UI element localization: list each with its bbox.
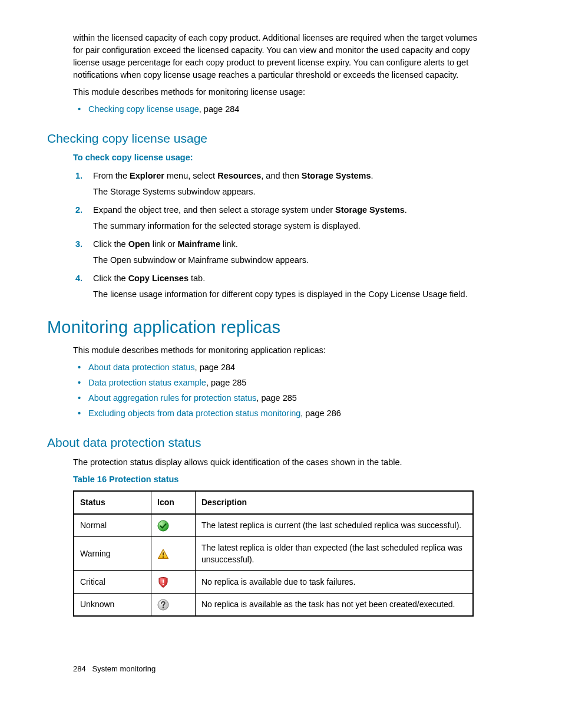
- link-checking-copy-license[interactable]: Checking copy license usage: [88, 104, 199, 114]
- th-status: Status: [74, 491, 151, 513]
- table-row: Unknown No replica is available as the t…: [74, 593, 473, 616]
- step4-copy-licenses: Copy Licenses: [128, 274, 189, 283]
- cell-desc-normal: The latest replica is current (the last …: [196, 514, 474, 537]
- step1-text-e: , and then: [261, 171, 302, 180]
- table-row: Normal The latest replica is current (th…: [74, 514, 473, 537]
- step-2: Expand the object tree, and then select …: [73, 204, 489, 232]
- subheading-to-check: To check copy license usage:: [73, 151, 489, 164]
- step-4: Click the Copy Licenses tab. The license…: [73, 272, 489, 301]
- step4-body: The license usage information for differ…: [93, 288, 489, 301]
- table-header-row: Status Icon Description: [74, 491, 473, 513]
- s2-b1-page: , page 284: [195, 363, 236, 372]
- cell-desc-unknown: No replica is available as the task has …: [196, 593, 474, 616]
- step2-body: The summary information for the selected…: [93, 220, 489, 232]
- step1-text-g: .: [371, 171, 373, 180]
- s2-intro: This module describes methods for monito…: [73, 344, 489, 357]
- step-1: From the Explorer menu, select Resources…: [73, 170, 489, 198]
- step4-text-c: tab.: [189, 274, 205, 283]
- cell-desc-critical: No replica is available due to task fail…: [196, 571, 474, 593]
- step1-text-a: From the: [93, 171, 130, 180]
- cell-status-warning: Warning: [74, 536, 151, 571]
- intro-bullet-1: Checking copy license usage, page 284: [73, 103, 489, 116]
- heading-monitoring-replicas: Monitoring application replicas: [47, 315, 489, 340]
- table-caption: Table 16 Protection status: [73, 473, 489, 486]
- cell-icon-critical: [151, 571, 196, 593]
- step1-storage-systems: Storage Systems: [302, 171, 371, 180]
- svg-point-4: [163, 584, 164, 585]
- intro-bullets: Checking copy license usage, page 284: [73, 103, 489, 116]
- cell-status-normal: Normal: [74, 514, 151, 537]
- cell-desc-warning: The latest replica is older than expecte…: [196, 536, 474, 571]
- check-circle-icon: [157, 520, 169, 532]
- cell-icon-warning: [151, 536, 196, 571]
- footer-page-number: 284: [73, 664, 86, 673]
- s2-bullet-2: Data protection status example, page 285: [73, 377, 489, 389]
- step2-text-a: Expand the object tree, and then select …: [93, 205, 335, 215]
- heading-about-dps: About data protection status: [47, 434, 489, 452]
- alert-shield-icon: [157, 577, 169, 588]
- protection-status-table: Status Icon Description Normal The lates…: [73, 490, 474, 617]
- th-description: Description: [196, 491, 474, 513]
- intro-bullet-1-page: , page 284: [199, 104, 240, 114]
- intro-paragraph-1: within the licensed capacity of each cop…: [73, 32, 489, 81]
- steps-list: From the Explorer menu, select Resources…: [73, 170, 489, 301]
- s3-intro: The protection status display allows qui…: [73, 456, 489, 469]
- footer-section: System monitoring: [92, 664, 156, 673]
- step1-text-c: menu, select: [164, 171, 217, 180]
- step4-text-a: Click the: [93, 274, 128, 283]
- svg-point-0: [158, 521, 168, 531]
- step2-text-c: .: [405, 205, 407, 215]
- link-excluding-objects[interactable]: Excluding objects from data protection s…: [88, 409, 300, 418]
- step1-explorer: Explorer: [130, 171, 164, 180]
- s2-bullet-3: About aggregation rules for protection s…: [73, 392, 489, 404]
- heading-checking-copy-license: Checking copy license usage: [47, 130, 489, 147]
- cell-status-critical: Critical: [74, 571, 151, 593]
- s2-b2-page: , page 285: [206, 378, 247, 387]
- step3-body: The Open subwindow or Mainframe subwindo…: [93, 254, 489, 266]
- step-3: Click the Open link or Mainframe link. T…: [73, 238, 489, 266]
- s2-bullet-4: Excluding objects from data protection s…: [73, 407, 489, 420]
- step3-text-e: link.: [220, 239, 238, 249]
- svg-point-6: [163, 607, 164, 608]
- svg-point-2: [163, 556, 164, 558]
- link-aggregation-rules[interactable]: About aggregation rules for protection s…: [88, 393, 256, 403]
- table-row: Warning The latest replica is older than…: [74, 536, 473, 571]
- step1-body: The Storage Systems subwindow appears.: [93, 186, 489, 198]
- cell-icon-normal: [151, 514, 196, 537]
- intro-paragraph-2: This module describes methods for monito…: [73, 86, 489, 98]
- step1-resources: Resources: [217, 171, 261, 180]
- step3-text-c: link or: [150, 239, 178, 249]
- svg-rect-3: [163, 579, 164, 583]
- step3-text-a: Click the: [93, 239, 128, 249]
- svg-rect-1: [163, 552, 164, 556]
- s2-bullets: About data protection status, page 284 D…: [73, 361, 489, 420]
- table-row: Critical No replica is available due to …: [74, 571, 473, 593]
- question-circle-icon: [157, 599, 169, 611]
- warning-triangle-icon: [157, 548, 169, 560]
- s2-b4-page: , page 286: [300, 409, 341, 418]
- link-dps-example[interactable]: Data protection status example: [88, 378, 206, 387]
- cell-icon-unknown: [151, 593, 196, 616]
- step3-mainframe: Mainframe: [177, 239, 220, 249]
- s2-bullet-1: About data protection status, page 284: [73, 361, 489, 374]
- link-about-dps[interactable]: About data protection status: [88, 363, 195, 372]
- s2-b3-page: , page 285: [256, 393, 297, 403]
- cell-status-unknown: Unknown: [74, 593, 151, 616]
- step3-open: Open: [128, 239, 150, 249]
- th-icon: Icon: [151, 491, 196, 513]
- step2-storage-systems: Storage Systems: [335, 205, 405, 215]
- page-footer: 284 System monitoring: [73, 664, 489, 675]
